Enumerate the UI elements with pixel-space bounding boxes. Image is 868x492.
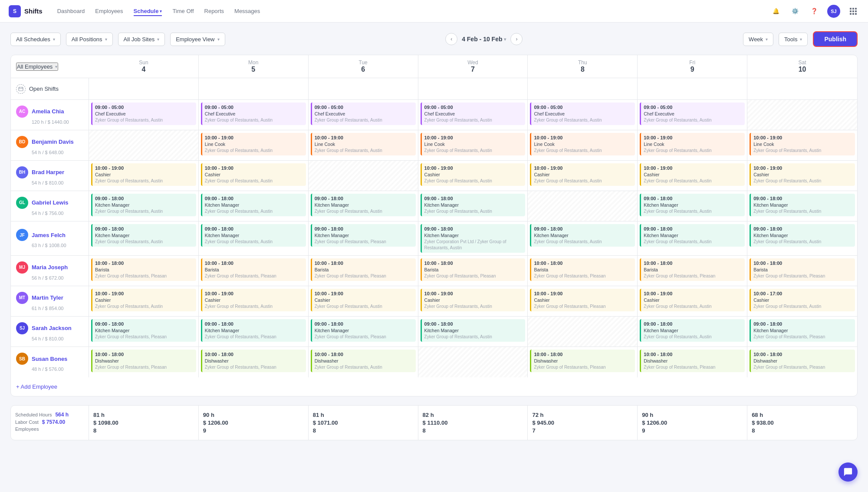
shift-cell-susan-bones-day5[interactable]: 10:00 - 18:00 Dishwasher Zyker Group of … <box>638 347 747 377</box>
shift-card[interactable]: 10:00 - 19:00 Line Cook Zyker Group of R… <box>201 133 306 155</box>
shift-card[interactable]: 09:00 - 18:00 Kitchen Manager Zyker Grou… <box>91 319 196 342</box>
next-week-button[interactable]: › <box>510 33 523 45</box>
shift-card[interactable]: 09:00 - 18:00 Kitchen Manager Zyker Grou… <box>91 224 196 247</box>
shift-cell-benjamin-davis-day4[interactable]: 10:00 - 19:00 Line Cook Zyker Group of R… <box>528 130 638 160</box>
shift-cell-martin-tyler-day1[interactable]: 10:00 - 19:00 Cashier Zyker Group of Res… <box>199 286 309 316</box>
shift-card[interactable]: 10:00 - 19:00 Line Cook Zyker Group of R… <box>311 133 416 155</box>
shift-cell-martin-tyler-day3[interactable]: 10:00 - 19:00 Cashier Zyker Group of Res… <box>418 286 528 316</box>
shift-cell-sarah-jackson-day6[interactable]: 09:00 - 18:00 Kitchen Manager Zyker Grou… <box>747 317 857 347</box>
shift-cell-amelia-chia-day2[interactable]: 09:00 - 05:00 Chef Executive Zyker Group… <box>309 100 418 130</box>
add-employee-button[interactable]: + Add Employee <box>16 383 57 390</box>
shift-card[interactable]: 09:00 - 18:00 Kitchen Manager Zyker Grou… <box>311 194 416 216</box>
shift-cell-benjamin-davis-day0[interactable] <box>89 130 199 160</box>
shift-cell-amelia-chia-day3[interactable]: 09:00 - 05:00 Chef Executive Zyker Group… <box>418 100 528 130</box>
nav-messages[interactable]: Messages <box>234 6 260 16</box>
shift-cell-maria-joseph-day0[interactable]: 10:00 - 18:00 Barista Zyker Group of Res… <box>89 256 199 286</box>
employee-name-brad-harper[interactable]: Brad Harper <box>32 169 64 175</box>
shift-cell-benjamin-davis-day3[interactable]: 10:00 - 19:00 Line Cook Zyker Group of R… <box>418 130 528 160</box>
shift-card[interactable]: 10:00 - 19:00 Cashier Zyker Group of Res… <box>530 289 635 311</box>
shift-cell-maria-joseph-day3[interactable]: 10:00 - 18:00 Barista Zyker Group of Res… <box>418 256 528 286</box>
shift-card[interactable]: 09:00 - 18:00 Kitchen Manager Zyker Grou… <box>311 224 416 247</box>
employee-name-benjamin-davis[interactable]: Benjamin Davis <box>32 139 74 145</box>
shift-card[interactable]: 10:00 - 18:00 Barista Zyker Group of Res… <box>530 258 635 281</box>
shift-cell-susan-bones-day6[interactable]: 10:00 - 18:00 Dishwasher Zyker Group of … <box>747 347 857 377</box>
shift-cell-james-felch-day3[interactable]: 09:00 - 18:00 Kitchen Manager Zyker Corp… <box>418 221 528 255</box>
week-selector[interactable]: Week ▾ <box>743 33 773 46</box>
shift-cell-brad-harper-day5[interactable]: 10:00 - 19:00 Cashier Zyker Group of Res… <box>638 161 747 191</box>
shift-cell-sarah-jackson-day4[interactable] <box>528 317 638 347</box>
shift-cell-sarah-jackson-day5[interactable]: 09:00 - 18:00 Kitchen Manager Zyker Grou… <box>638 317 747 347</box>
shift-cell-maria-joseph-day6[interactable]: 10:00 - 18:00 Barista Zyker Group of Res… <box>747 256 857 286</box>
shift-card[interactable]: 09:00 - 18:00 Kitchen Manager Zyker Grou… <box>750 319 855 342</box>
shift-card[interactable]: 09:00 - 18:00 Kitchen Manager Zyker Grou… <box>91 194 196 216</box>
shift-card[interactable]: 09:00 - 05:00 Chef Executive Zyker Group… <box>530 102 635 125</box>
prev-week-button[interactable]: ‹ <box>445 33 457 45</box>
shift-cell-james-felch-day5[interactable]: 09:00 - 18:00 Kitchen Manager Zyker Grou… <box>638 221 747 255</box>
shift-card[interactable]: 09:00 - 18:00 Kitchen Manager Zyker Grou… <box>640 224 745 247</box>
shift-cell-susan-bones-day4[interactable]: 10:00 - 18:00 Dishwasher Zyker Group of … <box>528 347 638 377</box>
shift-card[interactable]: 10:00 - 18:00 Barista Zyker Group of Res… <box>640 258 745 281</box>
employee-name-sarah-jackson[interactable]: Sarah Jackson <box>32 325 72 331</box>
shift-cell-james-felch-day4[interactable]: 09:00 - 18:00 Kitchen Manager Zyker Grou… <box>528 221 638 255</box>
shift-card[interactable]: 10:00 - 18:00 Barista Zyker Group of Res… <box>91 258 196 281</box>
shift-cell-maria-joseph-day5[interactable]: 10:00 - 18:00 Barista Zyker Group of Res… <box>638 256 747 286</box>
all-job-sites-dropdown[interactable]: All Job Sites ▾ <box>118 33 165 46</box>
shift-cell-martin-tyler-day2[interactable]: 10:00 - 19:00 Cashier Zyker Group of Res… <box>309 286 418 316</box>
tools-button[interactable]: Tools ▾ <box>779 33 808 46</box>
shift-cell-maria-joseph-day1[interactable]: 10:00 - 18:00 Barista Zyker Group of Res… <box>199 256 309 286</box>
shift-cell-susan-bones-day0[interactable]: 10:00 - 18:00 Dishwasher Zyker Group of … <box>89 347 199 377</box>
help-icon[interactable]: ❓ <box>808 5 820 17</box>
shift-cell-susan-bones-day1[interactable]: 10:00 - 18:00 Dishwasher Zyker Group of … <box>199 347 309 377</box>
shift-card[interactable]: 09:00 - 05:00 Chef Executive Zyker Group… <box>421 102 526 125</box>
shift-card[interactable]: 10:00 - 19:00 Cashier Zyker Group of Res… <box>311 289 416 311</box>
employee-name-james-felch[interactable]: James Felch <box>32 232 66 238</box>
grid-menu-icon[interactable] <box>847 5 859 17</box>
shift-card[interactable]: 09:00 - 05:00 Chef Executive Zyker Group… <box>640 102 745 125</box>
shift-cell-sarah-jackson-day0[interactable]: 09:00 - 18:00 Kitchen Manager Zyker Grou… <box>89 317 199 347</box>
shift-cell-susan-bones-day3[interactable] <box>418 347 528 377</box>
shift-cell-gabriel-lewis-day0[interactable]: 09:00 - 18:00 Kitchen Manager Zyker Grou… <box>89 191 199 221</box>
shift-cell-amelia-chia-day5[interactable]: 09:00 - 05:00 Chef Executive Zyker Group… <box>638 100 747 130</box>
shift-cell-susan-bones-day2[interactable]: 10:00 - 18:00 Dishwasher Zyker Group of … <box>309 347 418 377</box>
shift-cell-brad-harper-day3[interactable]: 10:00 - 19:00 Cashier Zyker Group of Res… <box>418 161 528 191</box>
shift-card[interactable]: 10:00 - 18:00 Dishwasher Zyker Group of … <box>91 350 196 372</box>
all-positions-dropdown[interactable]: All Positions ▾ <box>66 33 113 46</box>
shift-card[interactable]: 10:00 - 18:00 Barista Zyker Group of Res… <box>750 258 855 281</box>
shift-card[interactable]: 10:00 - 19:00 Cashier Zyker Group of Res… <box>530 163 635 186</box>
shift-cell-brad-harper-day2[interactable] <box>309 161 418 191</box>
shift-card[interactable]: 09:00 - 18:00 Kitchen Manager Zyker Grou… <box>421 319 526 342</box>
employee-name-susan-bones[interactable]: Susan Bones <box>32 356 67 362</box>
shift-card[interactable]: 09:00 - 18:00 Kitchen Manager Zyker Grou… <box>640 194 745 216</box>
shift-cell-amelia-chia-day0[interactable]: 09:00 - 05:00 Chef Executive Zyker Group… <box>89 100 199 130</box>
shift-cell-martin-tyler-day5[interactable]: 10:00 - 19:00 Cashier Zyker Group of Res… <box>638 286 747 316</box>
shift-card[interactable]: 10:00 - 19:00 Cashier Zyker Group of Res… <box>640 289 745 311</box>
publish-button[interactable]: Publish <box>813 31 858 47</box>
shift-cell-gabriel-lewis-day5[interactable]: 09:00 - 18:00 Kitchen Manager Zyker Grou… <box>638 191 747 221</box>
shift-card[interactable]: 09:00 - 18:00 Kitchen Manager Zyker Grou… <box>201 224 306 247</box>
shift-card[interactable]: 10:00 - 17:00 Cashier Zyker Group of Res… <box>750 289 855 311</box>
shift-cell-martin-tyler-day0[interactable]: 10:00 - 19:00 Cashier Zyker Group of Res… <box>89 286 199 316</box>
shift-cell-james-felch-day6[interactable]: 09:00 - 18:00 Kitchen Manager Zyker Grou… <box>747 221 857 255</box>
nav-schedule[interactable]: Schedule ▾ <box>134 6 162 16</box>
shift-card[interactable]: 10:00 - 19:00 Cashier Zyker Group of Res… <box>421 163 526 186</box>
shift-card[interactable]: 09:00 - 18:00 Kitchen Manager Zyker Grou… <box>750 224 855 247</box>
all-schedules-dropdown[interactable]: All Schedules ▾ <box>10 33 61 46</box>
nav-time-off[interactable]: Time Off <box>172 6 194 16</box>
shift-card[interactable]: 10:00 - 18:00 Dishwasher Zyker Group of … <box>750 350 855 372</box>
shift-cell-brad-harper-day1[interactable]: 10:00 - 19:00 Cashier Zyker Group of Res… <box>199 161 309 191</box>
user-avatar[interactable]: SJ <box>827 5 840 18</box>
shift-cell-brad-harper-day6[interactable]: 10:00 - 19:00 Cashier Zyker Group of Res… <box>747 161 857 191</box>
settings-icon[interactable]: ⚙️ <box>789 5 801 17</box>
employee-name-amelia-chia[interactable]: Amelia Chia <box>32 108 64 115</box>
shift-cell-james-felch-day2[interactable]: 09:00 - 18:00 Kitchen Manager Zyker Grou… <box>309 221 418 255</box>
shift-cell-gabriel-lewis-day2[interactable]: 09:00 - 18:00 Kitchen Manager Zyker Grou… <box>309 191 418 221</box>
shift-cell-gabriel-lewis-day3[interactable]: 09:00 - 18:00 Kitchen Manager Zyker Grou… <box>418 191 528 221</box>
shift-card[interactable]: 10:00 - 18:00 Dishwasher Zyker Group of … <box>530 350 635 372</box>
shift-card[interactable]: 10:00 - 18:00 Dishwasher Zyker Group of … <box>311 350 416 372</box>
shift-card[interactable]: 09:00 - 05:00 Chef Executive Zyker Group… <box>91 102 196 125</box>
shift-card[interactable]: 09:00 - 18:00 Kitchen Manager Zyker Grou… <box>201 194 306 216</box>
shift-card[interactable]: 09:00 - 18:00 Kitchen Manager Zyker Grou… <box>750 194 855 216</box>
shift-cell-brad-harper-day4[interactable]: 10:00 - 19:00 Cashier Zyker Group of Res… <box>528 161 638 191</box>
shift-cell-benjamin-davis-day1[interactable]: 10:00 - 19:00 Line Cook Zyker Group of R… <box>199 130 309 160</box>
shift-card[interactable]: 09:00 - 18:00 Kitchen Manager Zyker Grou… <box>530 224 635 247</box>
